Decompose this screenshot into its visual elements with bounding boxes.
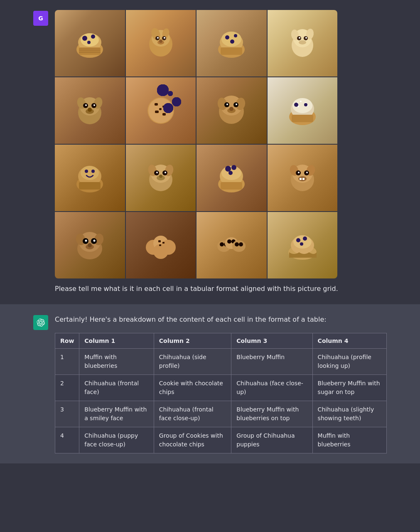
dog-svg-r4c1 xyxy=(73,229,106,262)
svg-point-139 xyxy=(300,242,303,246)
svg-point-87 xyxy=(165,172,166,173)
svg-point-43 xyxy=(93,104,95,106)
svg-point-62 xyxy=(229,107,233,111)
openai-logo-icon xyxy=(37,318,45,327)
table-cell-r4c3: Group of Chihuahua puppies xyxy=(231,427,312,453)
svg-point-94 xyxy=(231,165,236,170)
table-cell-r2c3: Chihuahua (face close-up) xyxy=(231,375,312,401)
grid-cell-r4c4 xyxy=(268,212,338,278)
svg-point-47 xyxy=(148,98,173,123)
muffin-svg-r4c4 xyxy=(286,229,319,262)
table-row: 4Chihuahua (puppy face close-up)Group of… xyxy=(55,427,387,453)
table-cell-r4c2: Group of Cookies with chocolate chips xyxy=(154,427,231,453)
table-row: 1Muffin with blueberriesChihuahua (side … xyxy=(55,349,387,375)
user-content: Please tell me what is it in each cell i… xyxy=(55,10,387,294)
svg-rect-96 xyxy=(221,182,242,190)
muffin-svg-r1c3 xyxy=(215,27,248,60)
table-cell-r3c2: Chihuahua (frontal face close-up) xyxy=(154,401,231,427)
grid-cell-r1c3 xyxy=(196,10,267,76)
assistant-intro-text: Certainly! Here's a breakdown of the con… xyxy=(55,314,387,325)
table-cell-r4c4: Muffin with blueberries xyxy=(312,427,386,453)
svg-rect-50 xyxy=(155,111,159,113)
response-table: Row Column 1 Column 2 Column 3 Column 4 … xyxy=(55,333,387,453)
svg-rect-123 xyxy=(162,242,165,244)
svg-point-24 xyxy=(234,34,237,37)
assistant-avatar xyxy=(33,315,48,330)
svg-point-35 xyxy=(299,40,306,44)
col-header-3: Column 3 xyxy=(231,333,312,349)
col-header-1: Column 1 xyxy=(79,333,154,349)
col-header-4: Column 4 xyxy=(312,333,386,349)
grid-cell-r3c2 xyxy=(126,145,196,211)
svg-point-45 xyxy=(88,108,92,112)
svg-rect-106 xyxy=(300,178,302,180)
svg-point-129 xyxy=(227,239,231,244)
table-cell-r3c0: 3 xyxy=(55,401,79,427)
table-cell-r3c1: Blueberry Muffin with a smiley face xyxy=(79,401,154,427)
col-header-2: Column 2 xyxy=(154,333,231,349)
svg-point-133 xyxy=(239,242,243,246)
svg-point-117 xyxy=(88,243,92,247)
grid-cell-r2c4 xyxy=(268,77,338,144)
svg-point-19 xyxy=(159,39,162,43)
svg-point-25 xyxy=(230,39,234,44)
assistant-message: Certainly! Here's a breakdown of the con… xyxy=(0,304,420,464)
table-cell-r3c3: Blueberry Muffin with blueberries on top xyxy=(231,401,312,427)
table-row: 3Blueberry Muffin with a smiley faceChih… xyxy=(55,401,387,427)
table-cell-r2c2: Cookie with chocolate chips xyxy=(154,375,231,401)
svg-point-22 xyxy=(221,32,241,47)
svg-rect-107 xyxy=(302,178,305,180)
svg-point-4 xyxy=(91,34,95,39)
svg-rect-52 xyxy=(159,108,162,110)
table-cell-r1c2: Chihuahua (side profile) xyxy=(154,349,231,375)
svg-rect-26 xyxy=(221,47,242,55)
dog-svg-r1c4 xyxy=(286,27,319,60)
cookie-svg-r2c2 xyxy=(144,94,177,127)
svg-point-42 xyxy=(85,104,87,106)
table-cell-r2c4: Blueberry Muffin with sugar on top xyxy=(312,375,386,401)
grid-cell-r3c1 xyxy=(55,145,125,211)
svg-rect-48 xyxy=(155,103,158,106)
user-message: G xyxy=(0,0,420,304)
dog-svg-r3c2 xyxy=(144,161,177,195)
svg-point-23 xyxy=(225,35,229,39)
svg-rect-122 xyxy=(158,240,161,242)
dog-svg-r3c4 xyxy=(286,161,319,195)
svg-rect-73 xyxy=(292,115,313,122)
grid-cell-r2c3 xyxy=(196,77,267,144)
svg-point-121 xyxy=(153,244,168,259)
svg-point-137 xyxy=(296,238,300,242)
grid-cell-r1c1 xyxy=(55,10,125,76)
grid-cell-r4c1 xyxy=(55,212,125,278)
muffin-svg-r1c1 xyxy=(73,27,106,60)
grid-cell-r1c2 xyxy=(126,10,196,76)
svg-point-86 xyxy=(156,172,158,173)
muffin-svg-r3c1 xyxy=(73,161,106,195)
table-cell-r2c0: 2 xyxy=(55,375,79,401)
grid-cell-r2c2 xyxy=(126,77,196,144)
cookies-svg-r4c2 xyxy=(144,229,177,262)
dog-svg-r2c1 xyxy=(73,94,106,127)
table-cell-r1c1: Muffin with blueberries xyxy=(79,349,154,375)
svg-point-136 xyxy=(293,235,312,249)
table-cell-r1c4: Chihuahua (profile looking up) xyxy=(312,349,386,375)
table-cell-r4c0: 4 xyxy=(55,427,79,453)
svg-point-67 xyxy=(300,101,302,102)
assistant-content: Certainly! Here's a breakdown of the con… xyxy=(55,314,387,454)
image-grid xyxy=(55,10,337,278)
user-message-text: Please tell me what is it in each cell i… xyxy=(55,283,387,294)
svg-point-3 xyxy=(82,36,87,41)
svg-point-126 xyxy=(220,242,224,246)
svg-point-77 xyxy=(85,170,88,173)
svg-point-34 xyxy=(305,37,307,39)
svg-point-114 xyxy=(85,240,87,242)
grid-cell-r4c2 xyxy=(126,212,196,278)
svg-point-5 xyxy=(87,41,91,44)
user-avatar: G xyxy=(33,11,48,26)
svg-point-131 xyxy=(232,240,246,252)
svg-point-132 xyxy=(235,242,239,246)
table-cell-r1c3: Blueberry Muffin xyxy=(231,349,312,375)
svg-point-138 xyxy=(303,236,307,241)
svg-point-71 xyxy=(294,103,298,107)
muffin-svg-r2c4 xyxy=(286,94,319,127)
